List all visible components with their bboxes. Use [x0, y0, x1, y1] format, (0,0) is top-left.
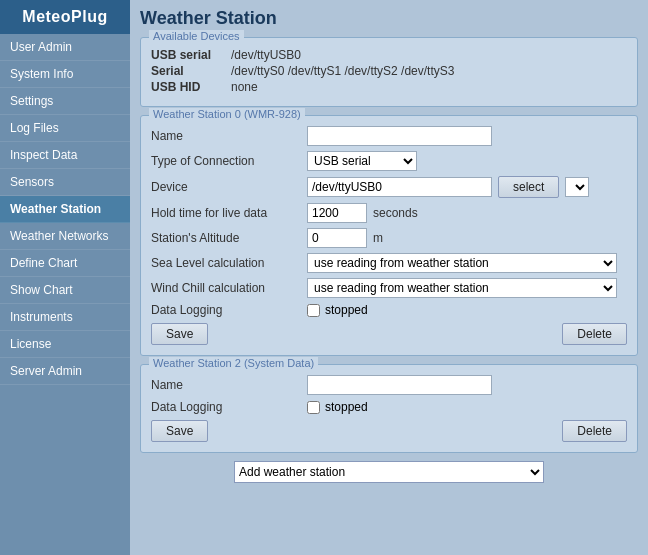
station0-name-label: Name [151, 129, 301, 143]
devices-label: Serial [151, 64, 221, 78]
devices-value: /dev/ttyS0 /dev/ttyS1 /dev/ttyS2 /dev/tt… [231, 64, 454, 78]
station0-connection-row: Type of Connection USB serial Serial USB… [151, 151, 627, 171]
station0-sealevel-select[interactable]: use reading from weather station calcula… [307, 253, 617, 273]
station0-hold-input[interactable] [307, 203, 367, 223]
station0-datalogging-label: Data Logging [151, 303, 301, 317]
sidebar-item-sensors[interactable]: Sensors [0, 169, 130, 196]
station0-windchill-row: Wind Chill calculation use reading from … [151, 278, 627, 298]
devices-row: USB HIDnone [151, 80, 627, 94]
station0-legend: Weather Station 0 (WMR-928) [149, 108, 305, 120]
station0-windchill-label: Wind Chill calculation [151, 281, 301, 295]
station2-delete-btn[interactable]: Delete [562, 420, 627, 442]
station0-altitude-unit: m [373, 231, 383, 245]
station2-name-row: Name [151, 375, 627, 395]
station0-sealevel-label: Sea Level calculation [151, 256, 301, 270]
station0-datalogging-checkbox[interactable] [307, 304, 320, 317]
available-devices-legend: Available Devices [149, 30, 244, 42]
devices-label: USB serial [151, 48, 221, 62]
sidebar-item-define-chart[interactable]: Define Chart [0, 250, 130, 277]
devices-row: USB serial/dev/ttyUSB0 [151, 48, 627, 62]
station0-device-label: Device [151, 180, 301, 194]
page-title: Weather Station [140, 8, 638, 29]
station0-connection-select[interactable]: USB serial Serial USB HID [307, 151, 417, 171]
devices-value: none [231, 80, 258, 94]
station2-section: Weather Station 2 (System Data) Name Dat… [140, 364, 638, 453]
station2-datalogging-checkbox[interactable] [307, 401, 320, 414]
station0-name-row: Name [151, 126, 627, 146]
station0-buttons-row: Save Delete [151, 323, 627, 345]
add-station-select[interactable]: Add weather station [234, 461, 544, 483]
add-station-row: Add weather station [140, 461, 638, 483]
station2-datalogging-row: Data Logging stopped [151, 400, 627, 414]
sidebar-item-log-files[interactable]: Log Files [0, 115, 130, 142]
station0-sealevel-row: Sea Level calculation use reading from w… [151, 253, 627, 273]
station2-name-label: Name [151, 378, 301, 392]
sidebar-item-weather-networks[interactable]: Weather Networks [0, 223, 130, 250]
station0-hold-row: Hold time for live data seconds [151, 203, 627, 223]
sidebar: MeteoPlug User AdminSystem InfoSettingsL… [0, 0, 130, 555]
station0-device-input[interactable] [307, 177, 492, 197]
sidebar-item-license[interactable]: License [0, 331, 130, 358]
station0-altitude-row: Station's Altitude m [151, 228, 627, 248]
sidebar-item-instruments[interactable]: Instruments [0, 304, 130, 331]
sidebar-item-show-chart[interactable]: Show Chart [0, 277, 130, 304]
sidebar-item-user-admin[interactable]: User Admin [0, 34, 130, 61]
sidebar-item-weather-station[interactable]: Weather Station [0, 196, 130, 223]
devices-value: /dev/ttyUSB0 [231, 48, 301, 62]
station0-connection-label: Type of Connection [151, 154, 301, 168]
sidebar-item-server-admin[interactable]: Server Admin [0, 358, 130, 385]
station0-altitude-input[interactable] [307, 228, 367, 248]
main-content: Weather Station Available Devices USB se… [130, 0, 648, 555]
station0-device-select-dropdown[interactable] [565, 177, 589, 197]
station0-hold-label: Hold time for live data [151, 206, 301, 220]
station0-save-btn[interactable]: Save [151, 323, 208, 345]
station2-legend: Weather Station 2 (System Data) [149, 357, 318, 369]
station2-save-btn[interactable]: Save [151, 420, 208, 442]
station0-datalogging-status: stopped [325, 303, 368, 317]
station0-name-input[interactable] [307, 126, 492, 146]
station0-hold-unit: seconds [373, 206, 418, 220]
station2-buttons-row: Save Delete [151, 420, 627, 442]
station0-windchill-select[interactable]: use reading from weather station calcula… [307, 278, 617, 298]
devices-label: USB HID [151, 80, 221, 94]
sidebar-item-system-info[interactable]: System Info [0, 61, 130, 88]
station0-altitude-label: Station's Altitude [151, 231, 301, 245]
station0-device-row: Device select [151, 176, 627, 198]
devices-row: Serial/dev/ttyS0 /dev/ttyS1 /dev/ttyS2 /… [151, 64, 627, 78]
station0-datalogging-row: Data Logging stopped [151, 303, 627, 317]
sidebar-item-inspect-data[interactable]: Inspect Data [0, 142, 130, 169]
station0-section: Weather Station 0 (WMR-928) Name Type of… [140, 115, 638, 356]
station2-datalogging-status: stopped [325, 400, 368, 414]
station0-device-select-btn[interactable]: select [498, 176, 559, 198]
logo: MeteoPlug [0, 0, 130, 34]
sidebar-item-settings[interactable]: Settings [0, 88, 130, 115]
available-devices-section: Available Devices USB serial/dev/ttyUSB0… [140, 37, 638, 107]
station2-datalogging-label: Data Logging [151, 400, 301, 414]
station2-name-input[interactable] [307, 375, 492, 395]
station0-delete-btn[interactable]: Delete [562, 323, 627, 345]
